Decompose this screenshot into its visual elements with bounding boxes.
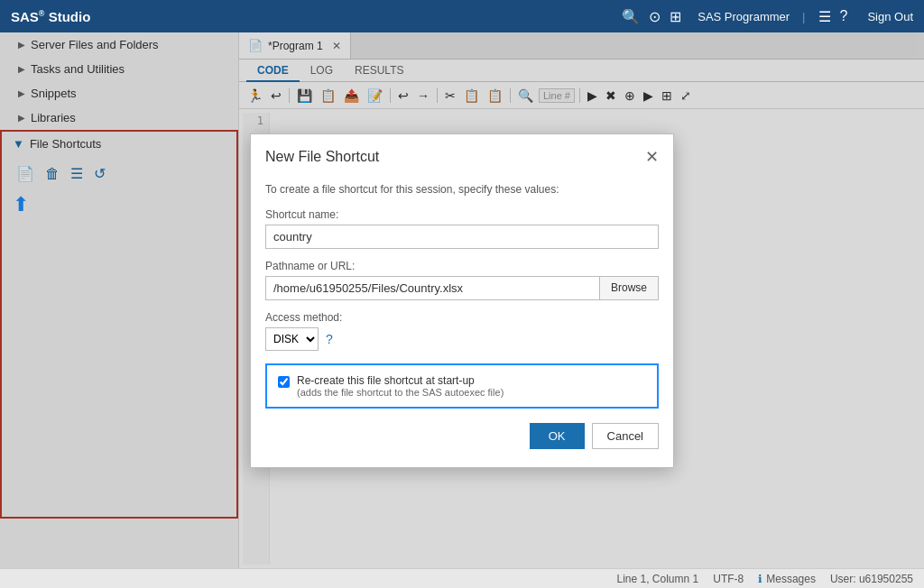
modal-close-button[interactable]: ✕ (645, 147, 659, 167)
pathname-label: Pathname or URL: (265, 260, 659, 272)
browse-button[interactable]: Browse (600, 276, 659, 300)
topbar-icons: 🔍 ⊙ ⊞ SAS Programmer | ☰ ? Sign Out (622, 8, 913, 25)
access-method-group: Access method: DISK URL ? (265, 311, 659, 351)
modal-footer: OK Cancel (265, 423, 659, 453)
status-bar: Line 1, Column 1 UTF-8 ℹ Messages User: … (0, 568, 924, 588)
encoding-indicator: UTF-8 (713, 573, 744, 585)
recreate-label: Re-create this file shortcut at start-up… (278, 374, 646, 398)
access-row: DISK URL ? (265, 327, 659, 351)
shortcut-name-input[interactable] (265, 225, 659, 249)
modal-header: New File Shortcut ✕ (251, 134, 673, 176)
pathname-group: Pathname or URL: Browse (265, 260, 659, 300)
signout-button[interactable]: Sign Out (867, 10, 913, 23)
ok-button[interactable]: OK (530, 423, 585, 449)
modal-description: To create a file shortcut for this sessi… (265, 183, 659, 196)
recreate-checkbox-group: Re-create this file shortcut at start-up… (265, 363, 659, 409)
pathname-input[interactable] (265, 276, 600, 300)
shortcut-name-group: Shortcut name: (265, 208, 659, 249)
position-indicator: Line 1, Column 1 (616, 573, 698, 585)
new-file-shortcut-dialog: New File Shortcut ✕ To create a file sho… (250, 133, 674, 468)
history-icon[interactable]: ⊙ (649, 8, 661, 25)
access-method-select[interactable]: DISK URL (265, 327, 319, 351)
pathname-input-group: Browse (265, 276, 659, 300)
user-indicator: User: u61950255 (830, 573, 913, 585)
modal-title: New File Shortcut (265, 149, 379, 165)
access-method-label: Access method: (265, 311, 659, 324)
modal-body: To create a file shortcut for this sessi… (251, 176, 673, 467)
search-icon[interactable]: 🔍 (622, 8, 640, 25)
recreate-checkbox[interactable] (278, 376, 290, 388)
shortcut-name-label: Shortcut name: (265, 208, 659, 221)
modal-overlay: New File Shortcut ✕ To create a file sho… (0, 32, 924, 568)
info-icon: ℹ (758, 573, 762, 585)
access-help-icon[interactable]: ? (326, 332, 333, 346)
messages-indicator[interactable]: ℹ Messages (758, 573, 816, 585)
help-icon[interactable]: ? (840, 8, 848, 24)
grid-icon[interactable]: ⊞ (670, 8, 681, 25)
messages-icon[interactable]: ☰ (818, 8, 831, 25)
app-title: SAS® Studio (11, 9, 90, 24)
user-menu[interactable]: SAS Programmer (698, 10, 790, 23)
topbar: SAS® Studio 🔍 ⊙ ⊞ SAS Programmer | ☰ ? S… (0, 0, 924, 32)
cancel-button[interactable]: Cancel (592, 423, 659, 449)
